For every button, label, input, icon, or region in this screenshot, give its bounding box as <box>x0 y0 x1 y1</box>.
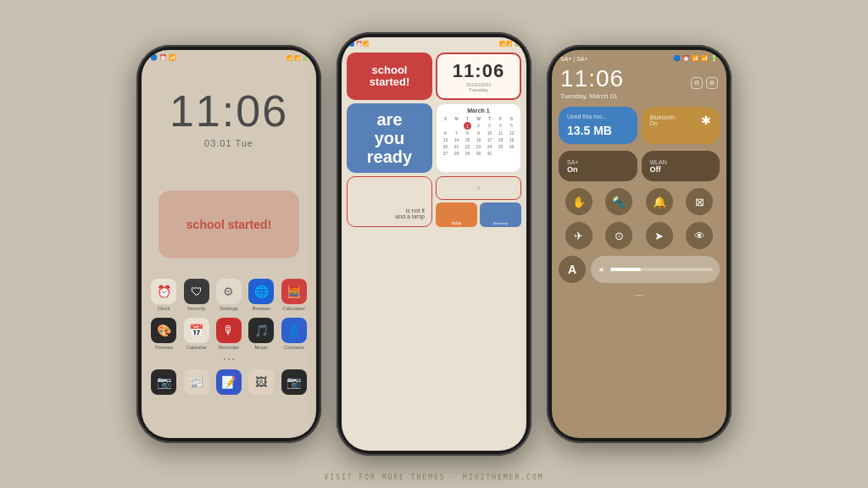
p3-wifi-status: 📶 <box>701 55 709 62</box>
calendar-widget: March 1 S M T W T F S 1 2 <box>436 103 521 173</box>
cal-day-29: 29 <box>462 150 473 157</box>
p1-status-bar: 🔵 ⏰ 📶 📶📶🔋 <box>142 50 316 64</box>
page-dots: • • • <box>142 355 316 363</box>
p3-sa-plus-label: SA+ <box>567 159 629 165</box>
school-widget: schoolstarted! <box>347 53 432 100</box>
p3-bt-sub: On <box>650 120 676 126</box>
cal-day-15: 15 <box>462 136 473 143</box>
p3-btn-hand[interactable]: ✋ <box>565 188 593 215</box>
cal-header-s2: S <box>506 115 517 122</box>
p3-edit-icon1[interactable]: ⊟ <box>691 77 703 89</box>
phone-3: SA+ | SA+ 🔵 ⏰ 📶 📶 🔋 11:06 Tuesday, March… <box>547 45 732 443</box>
calendar-grid: S M T W T F S 1 2 3 4 <box>440 115 517 157</box>
settings-label: Settings <box>220 306 238 311</box>
cal-header-t2: T <box>484 115 495 122</box>
cal-day-27: 27 <box>440 150 451 157</box>
brightness-fill <box>610 268 641 271</box>
p1-apps-row3: 📷 📰 📝 🖼 📷 <box>150 369 308 395</box>
app-browser[interactable]: 🌐 Browser <box>248 279 275 311</box>
cal-day-24: 24 <box>484 143 495 150</box>
time-widget-number: 11:06 <box>453 60 504 82</box>
cal-day-28: 28 <box>451 150 462 157</box>
p3-bt-tile[interactable]: Bluetooth On ✱ <box>642 107 721 144</box>
p1-status-left: 🔵 ⏰ 📶 <box>150 54 176 61</box>
p3-btn-crop[interactable]: ⊠ <box>686 188 713 215</box>
security-label: Security <box>187 306 206 311</box>
cal-day-30: 30 <box>473 150 484 157</box>
settings-icon: ⚙ <box>216 279 242 304</box>
background: 🔵 ⏰ 📶 📶📶🔋 11:06 03.01 Tue school started… <box>0 0 868 488</box>
browser-label: Browser <box>252 306 270 311</box>
cal-day-12: 12 <box>506 130 517 136</box>
bar-top: h <box>436 176 521 200</box>
bar-today: today <box>436 202 477 227</box>
calendar-icon: 📅 <box>184 318 209 343</box>
cal-day-5: 5 <box>506 122 517 130</box>
cal-header-m: M <box>451 115 462 122</box>
cal-header-s: S <box>440 115 451 122</box>
clock-icon: ⏰ <box>151 279 176 304</box>
phone-1-screen: 🔵 ⏰ 📶 📶📶🔋 11:06 03.01 Tue school started… <box>142 50 316 438</box>
p3-data-label: Used this mo... <box>567 114 629 119</box>
p3-status-icons: 🔵 ⏰ 📶 📶 🔋 <box>673 55 718 62</box>
app-settings[interactable]: ⚙ Settings <box>215 279 242 311</box>
p3-btn-torch[interactable]: 🔦 <box>605 188 632 215</box>
p3-btn-eye[interactable]: 👁 <box>686 222 713 249</box>
app-music[interactable]: 🎵 Music <box>248 318 275 350</box>
app-themes[interactable]: 🎨 Themes <box>150 318 177 350</box>
cal-day-14: 14 <box>451 136 462 143</box>
cal-day-18: 18 <box>495 136 506 143</box>
p3-a-button[interactable]: A <box>559 256 586 283</box>
cal-day-7: 7 <box>451 130 462 136</box>
p3-date: Tuesday, March 01 <box>560 92 624 100</box>
p3-edit-icon2[interactable]: ⊞ <box>706 77 718 89</box>
cal-day-25: 25 <box>495 143 506 150</box>
p3-bt-label: Bluetooth <box>650 114 676 120</box>
p1-apps-row2: 🎨 Themes 📅 Calendar 🎙 Recorder 🎵 Music <box>150 318 308 350</box>
app-misc5[interactable]: 📷 <box>281 369 308 395</box>
p3-round-buttons-row2: ✈ ⊙ ➤ 👁 <box>552 220 726 251</box>
p3-battery-status: 🔋 <box>710 55 718 62</box>
p3-home-indicator: — <box>552 290 726 299</box>
app-misc2[interactable]: 📰 <box>182 369 209 395</box>
app-calendar[interactable]: 📅 Calendar <box>182 318 209 350</box>
p3-sa-plus-sub: On <box>567 165 629 174</box>
app-recorder[interactable]: 🎙 Recorder <box>215 318 242 350</box>
recorder-icon: 🎙 <box>216 318 242 343</box>
p3-data-tile[interactable]: Used this mo... 13.5 MB <box>559 107 637 144</box>
app-clock[interactable]: ⏰ Clock <box>150 279 177 311</box>
calendar-month: March 1 <box>440 108 517 114</box>
app-security[interactable]: 🛡 Security <box>182 279 209 311</box>
cal-empty1 <box>440 122 451 130</box>
p2-status-bar: 🔵 ⏰ 📶 📶 📶 🔋 <box>342 37 526 49</box>
app-contacts[interactable]: 👤 Contacts <box>281 318 308 350</box>
p3-data-value: 13.5 MB <box>567 124 629 137</box>
p3-brightness-control[interactable]: ☀ <box>591 256 720 283</box>
misc1-icon: 📷 <box>151 369 176 395</box>
cal-header-t: T <box>462 115 473 122</box>
p3-btn-airplane[interactable]: ✈ <box>565 222 593 249</box>
p3-btn-bell[interactable]: 🔔 <box>646 188 673 215</box>
p3-sa-tile[interactable]: SA+ On <box>559 151 637 181</box>
cal-day-19: 19 <box>506 136 517 143</box>
ready-widget-text: areyouready <box>367 110 412 166</box>
cal-day-31: 31 <box>484 150 495 157</box>
time-widget: 11:06 2022/03/01 Tuesday <box>436 53 521 100</box>
cal-day-22: 22 <box>462 143 473 150</box>
app-misc1[interactable]: 📷 <box>150 369 177 395</box>
p3-btn-record[interactable]: ⊙ <box>605 222 632 249</box>
p3-signal-status: 📶 <box>692 55 699 62</box>
p3-edit-buttons: ⊟ ⊞ <box>691 77 718 89</box>
p3-wlan-tile[interactable]: WLAN Off <box>642 151 721 181</box>
misc3-icon: 📝 <box>216 369 242 395</box>
themes-label: Themes <box>154 345 173 350</box>
bar-widget: h today Electricity <box>436 176 521 227</box>
p3-btn-nav[interactable]: ➤ <box>646 222 673 249</box>
app-misc3[interactable]: 📝 <box>215 369 242 395</box>
contacts-icon: 👤 <box>281 318 307 343</box>
text-widget-content: is not itand a lamp <box>395 208 425 219</box>
cal-day-16: 16 <box>473 136 484 143</box>
app-calculator[interactable]: 🧮 Calculator <box>281 279 308 311</box>
bluetooth-icon: ✱ <box>701 114 711 127</box>
app-misc4[interactable]: 🖼 <box>248 369 275 395</box>
